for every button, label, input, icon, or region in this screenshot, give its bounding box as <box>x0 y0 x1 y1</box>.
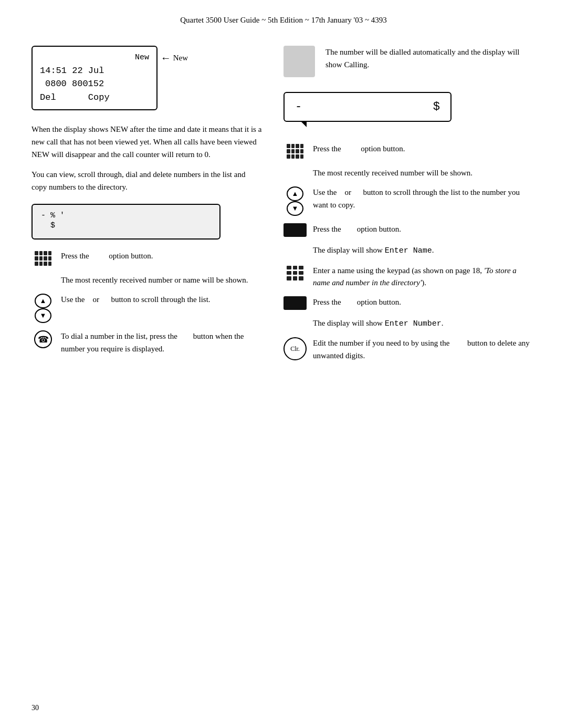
left-instr-1: Press the option button. <box>32 250 262 267</box>
right-instr-2: The most recently received number will b… <box>284 167 536 179</box>
lcd-line2: 14:51 22 Jul <box>40 64 149 78</box>
right-instr-9-text: Edit the number if you need to by using … <box>313 337 536 362</box>
right-column: The number will be dialled automatically… <box>284 46 536 369</box>
right-display-dollar: $ <box>433 100 440 113</box>
handset-icon[interactable]: ☎ <box>34 330 52 348</box>
left-text-para1: When the display shows NEW after the tim… <box>32 123 262 193</box>
arrow-up-btn-2[interactable]: ▲ <box>287 186 303 201</box>
right-instructions: Press the option button. The most recent… <box>284 143 536 362</box>
page-header: Quartet 3500 User Guide ~ 5th Edition ~ … <box>32 16 536 25</box>
left-instr-4: ☎ To dial a number in the list, press th… <box>32 330 262 355</box>
right-instr-3: ▲ ▼ Use the or button to scroll through … <box>284 186 536 216</box>
black-bar-icon-2 <box>284 296 307 310</box>
right-instr-6: Enter a name using the keypad (as shown … <box>284 265 536 289</box>
right-instr-5: The display will show Enter Name. <box>284 244 536 257</box>
lcd-display: New 14:51 22 Jul 0800 800152 Del Copy Ne… <box>32 46 158 110</box>
left-instructions: Press the option button. The most recent… <box>32 250 262 355</box>
lcd-line3: 0800 800152 <box>40 77 149 91</box>
left-instr-2-text: The most recently received number or nam… <box>61 274 262 286</box>
right-desc-top: The number will be dialled automatically… <box>326 46 525 71</box>
grid-icon-area-1 <box>32 250 55 267</box>
black-bar-icon-1 <box>284 223 307 237</box>
keypad-icon <box>286 265 304 282</box>
arrow-updown-icon-2: ▲ ▼ <box>284 186 307 216</box>
new-arrow-label: New <box>161 50 188 66</box>
arrow-buttons-2: ▲ ▼ <box>287 186 303 216</box>
grid-icon-area-2 <box>284 143 307 160</box>
right-instr-7: Press the option button. <box>284 296 536 310</box>
right-instr-1: Press the option button. <box>284 143 536 160</box>
header-title: Quartet 3500 User Guide ~ 5th Edition ~ … <box>180 16 387 24</box>
caller-list-box: - % ' $ <box>32 204 220 240</box>
right-instr-5-text: The display will show Enter Name. <box>313 244 536 257</box>
grid-icon-2 <box>286 143 304 160</box>
left-instr-1-text: Press the option button. <box>61 250 262 262</box>
arrow-buttons-1: ▲ ▼ <box>35 294 51 323</box>
gray-button-square <box>284 46 315 77</box>
right-instr-2-text: The most recently received number will b… <box>313 167 536 179</box>
right-instr-3-text: Use the or button to scroll through the … <box>313 186 536 211</box>
lcd-line1: New <box>40 52 149 64</box>
grid-icon-1 <box>34 250 52 267</box>
left-instr-4-text: To dial a number in the list, press the … <box>61 330 262 355</box>
right-instr-4-text: Press the option button. <box>313 223 536 235</box>
keypad-icon-area <box>284 265 307 282</box>
right-instr-8: The display will show Enter Number. <box>284 317 536 330</box>
clr-btn-area: Clr. <box>284 337 307 360</box>
left-instr-2: The most recently received number or nam… <box>32 274 262 286</box>
right-instr-9: Clr. Edit the number if you need to by u… <box>284 337 536 362</box>
right-instr-8-text: The display will show Enter Number. <box>313 317 536 330</box>
black-bar-btn-2[interactable] <box>284 296 307 310</box>
clr-button[interactable]: Clr. <box>284 337 307 360</box>
caller-list-line1: - % ' <box>41 211 211 220</box>
arrow-updown-icon-1: ▲ ▼ <box>32 294 55 323</box>
right-display-box: - $ <box>284 92 452 122</box>
right-instr-4: Press the option button. <box>284 223 536 237</box>
arrow-up-btn-1[interactable]: ▲ <box>35 294 51 308</box>
right-instr-7-text: Press the option button. <box>313 296 536 308</box>
right-instr-6-text: Enter a name using the keypad (as shown … <box>313 265 536 289</box>
caller-list-line2: $ <box>41 221 211 230</box>
black-bar-btn-1[interactable] <box>284 223 307 237</box>
handset-icon-area: ☎ <box>32 330 55 348</box>
left-column: New 14:51 22 Jul 0800 800152 Del Copy Ne… <box>32 46 262 369</box>
lcd-line4: Del Copy <box>40 91 149 105</box>
left-instr-3: ▲ ▼ Use the or button to scroll through … <box>32 294 262 323</box>
arrow-down-btn-2[interactable]: ▼ <box>287 201 303 216</box>
left-instr-3-text: Use the or button to scroll through the … <box>61 294 262 306</box>
arrow-down-btn-1[interactable]: ▼ <box>35 308 51 323</box>
right-instr-1-text: Press the option button. <box>313 143 536 155</box>
right-display-dash: - <box>295 100 302 113</box>
page-number: 30 <box>32 704 39 712</box>
